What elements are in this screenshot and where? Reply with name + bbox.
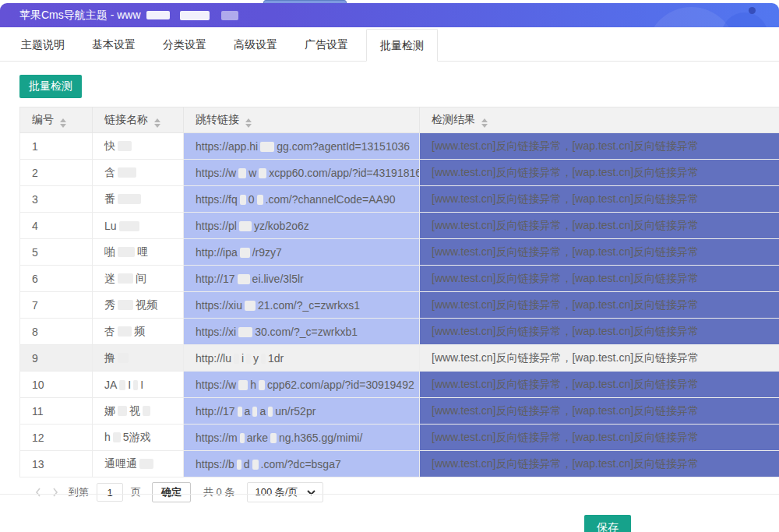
link-name-cell: 迷间 [93,266,184,292]
row-number: 7 [20,292,93,319]
redaction-block [139,459,153,469]
redaction-block [261,354,266,364]
link-name-cell: 杏频 [93,319,184,345]
page-title: 苹果Cms导航主题 - www [19,9,141,23]
redaction-block [118,141,132,151]
batch-check-button[interactable]: 批量检测 [19,75,82,98]
check-result-cell: [www.test.cn]反向链接异常，[wap.test.cn]反向链接异常 [420,266,779,292]
tab-0[interactable]: 主题说明 [12,28,74,61]
page-size-value: 100 条/页 [255,485,298,499]
redaction-block [119,221,139,231]
tab-5[interactable]: 批量检测 [366,29,438,62]
page-size-select[interactable]: 100 条/页 [247,482,323,502]
link-name-cell: 通哩通 [93,451,184,477]
redaction-block [238,168,246,178]
redaction-block [270,433,277,443]
tab-4[interactable]: 广告设置 [295,28,358,61]
redaction-block [259,168,266,178]
redaction-block [260,142,274,152]
column-header-1[interactable]: 链接名称 [93,107,184,133]
row-number: 8 [20,319,93,345]
link-name-cell: 撸 [93,345,184,372]
redirect-url-cell: https://xi30.com/?_c=zwrkxb1 [184,319,420,345]
redaction-block [240,433,245,443]
row-number: 9 [20,345,93,372]
check-result-cell: [www.test.cn]反向链接异常，[wap.test.cn]反向链接异常 [420,239,779,266]
tab-bar: 主题说明基本设置分类设置高级设置广告设置批量检测 [0,27,779,62]
check-result-cell: [www.test.cn]反向链接异常，[wap.test.cn]反向链接异常 [420,133,779,160]
check-result-cell: [www.test.cn]反向链接异常，[wap.test.cn]反向链接异常 [420,160,779,186]
column-label: 跳转链接 [196,113,239,125]
redaction-block [118,273,133,284]
column-label: 编号 [32,113,54,125]
redirect-url-cell: https://xiu21.com/?_c=zwrkxs1 [184,292,420,319]
link-name-cell: 快 [93,133,184,160]
link-name-cell: 含 [93,160,184,186]
check-result-cell: [www.test.cn]反向链接异常，[wap.test.cn]反向链接异常 [420,345,779,372]
row-number: 6 [20,266,93,292]
prev-page-button[interactable] [30,484,47,501]
redaction-block [133,380,138,390]
confirm-button[interactable]: 确定 [152,482,191,502]
link-name-cell: JAII [93,372,184,398]
redirect-url-cell: https://plyz/kob2o6z [184,213,420,239]
row-number: 2 [20,160,93,186]
link-name-cell: 秀视频 [93,292,184,319]
redirect-url-cell: http://luiy1dr [184,345,420,372]
column-header-3[interactable]: 检测结果 [420,107,779,133]
redaction-block [234,354,239,364]
redaction-block [118,326,132,336]
pagination: 到第 页 确定 共 0 条 100 条/页 [19,481,779,504]
redirect-url-cell: http://17aaun/r52pr [184,398,420,425]
page-input[interactable] [97,483,123,502]
redaction-block [240,195,246,205]
column-label: 链接名称 [104,113,148,125]
divider [0,494,779,495]
redaction-block [238,274,250,284]
redirect-url-cell: https://fq0.com/?channelCode=AA90 [184,186,420,213]
tab-1[interactable]: 基本设置 [83,28,145,61]
tab-3[interactable]: 高级设置 [224,28,287,61]
redaction-block [240,248,250,258]
redaction-block [119,380,125,390]
column-header-0[interactable]: 编号 [20,107,93,133]
column-label: 检测结果 [432,113,475,125]
next-page-button[interactable] [47,484,64,501]
decor-circle [721,12,768,27]
title-redaction [180,11,210,20]
table-row: 2含https://wwxcpp60.com/app/?id=43191816[… [20,160,779,186]
redaction-block [245,301,256,311]
save-button[interactable]: 保存 [584,515,631,532]
redaction-block [252,407,257,417]
row-number: 1 [20,133,93,160]
redaction-block [118,194,141,204]
sort-icon [154,118,160,128]
column-header-2[interactable]: 跳转链接 [184,107,420,133]
check-result-cell: [www.test.cn]反向链接异常，[wap.test.cn]反向链接异常 [420,372,779,398]
link-name-cell: 番 [93,186,184,213]
redirect-url-cell: http://ipa/r9zy7 [184,239,420,266]
redaction-block [143,406,150,416]
decor-circle [749,7,756,14]
goto-label: 到第 [69,485,89,499]
table-row: 3番https://fq0.com/?channelCode=AA90[www.… [20,186,779,213]
content: 批量检测 编号链接名称跳转链接检测结果 1快https://app.higg.c… [0,62,779,504]
redaction-block [238,407,242,417]
check-result-cell: [www.test.cn]反向链接异常，[wap.test.cn]反向链接异常 [420,292,779,319]
table-row: 8杏频https://xi30.com/?_c=zwrkxb1[www.test… [20,319,779,345]
table-row: 1快https://app.higg.com?agentId=13151036[… [20,133,779,160]
redirect-url-cell: https://markeng.h365.gg/mimi/ [184,425,420,451]
title-redaction [146,11,170,19]
check-result-cell: [www.test.cn]反向链接异常，[wap.test.cn]反向链接异常 [420,186,779,213]
table-row: 13通哩通https://bd.com/?dc=bsga7[www.test.c… [20,451,779,477]
table-row: 4Luhttps://plyz/kob2o6z[www.test.cn]反向链接… [20,213,779,239]
tab-2[interactable]: 分类设置 [153,28,216,61]
redirect-url-cell: http://17ei.live/3l5lr [184,266,420,292]
chevron-left-icon [33,487,43,498]
link-name-cell: Lu [93,213,184,239]
table-row: 12h5游戏https://markeng.h365.gg/mimi/[www.… [20,425,779,451]
redaction-block [118,247,135,257]
redirect-url-cell: https://wwxcpp60.com/app/?id=43191816 [184,160,420,186]
row-number: 12 [20,425,93,451]
table-row: 6迷间http://17ei.live/3l5lr[www.test.cn]反向… [20,266,779,292]
